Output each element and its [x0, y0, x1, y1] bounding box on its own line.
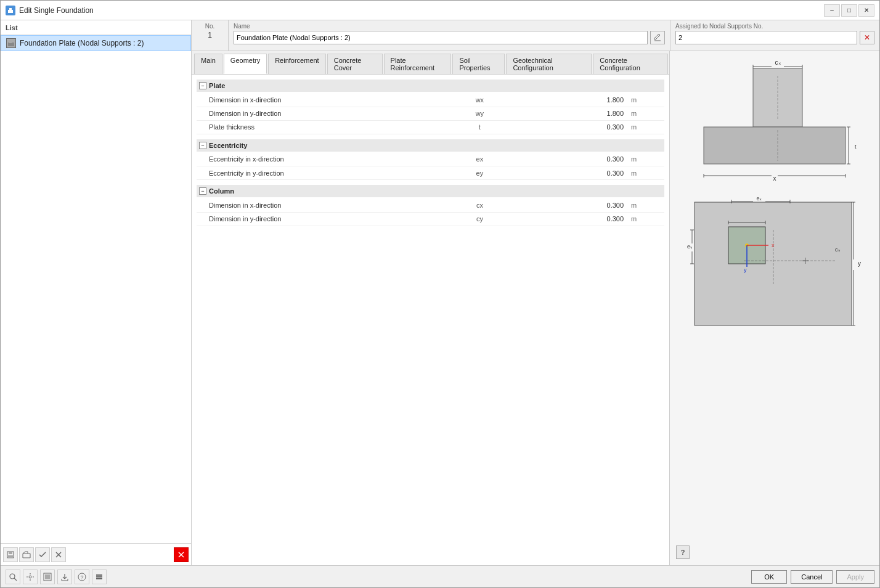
name-label: Name — [234, 23, 665, 30]
plate-wx-value[interactable]: 1.800 — [529, 93, 627, 107]
plate-wy-value[interactable]: 1.800 — [529, 107, 627, 120]
delete-button[interactable] — [174, 547, 189, 562]
open-list-button[interactable] — [19, 547, 34, 562]
svg-text:y: y — [858, 260, 861, 267]
svg-text:x: x — [773, 175, 776, 182]
list-item[interactable]: Foundation Plate (Nodal Supports : 2) — [1, 35, 191, 51]
form-side: Main Geometry Reinforcement Concrete Cov… — [192, 51, 670, 565]
app-icon — [6, 6, 15, 15]
bottom-settings-button[interactable] — [23, 570, 38, 584]
eccentricity-section-title: Eccentricity — [209, 142, 247, 149]
svg-rect-26 — [695, 202, 852, 325]
ecc-ex-symbol: ex — [431, 153, 529, 166]
plan-diagram: eₓ eᵧ cᵧ — [676, 193, 873, 335]
header-row: No. 1 Name Assigned to Nodal Supports No… — [192, 20, 879, 51]
diagram-help-button[interactable]: ? — [676, 545, 690, 559]
svg-text:t: t — [855, 144, 857, 150]
left-panel: List Foundation Plate (Nodal Supports : … — [1, 20, 192, 565]
table-row: Eccentricity in y-direction ey 0.300 m — [197, 166, 664, 180]
form-content: − Plate Dimension in x-direction wx 1.80… — [192, 75, 669, 565]
plate-section-title: Plate — [209, 82, 225, 89]
name-section: Name — [229, 20, 670, 51]
diagram-side: cₓ t — [670, 51, 879, 565]
bottom-export-button[interactable] — [57, 570, 72, 584]
cancel-button[interactable]: Cancel — [791, 570, 833, 584]
close-button[interactable]: ✕ — [858, 4, 874, 17]
left-toolbar — [1, 543, 191, 565]
no-label: No. — [205, 23, 215, 30]
plate-wy-symbol: wy — [431, 107, 529, 120]
svg-rect-3 — [9, 40, 12, 43]
svg-rect-6 — [8, 555, 13, 557]
tab-soil-properties[interactable]: Soil Properties — [452, 54, 505, 74]
window-title: Edit Single Foundation — [19, 6, 820, 15]
bottom-properties-button[interactable] — [92, 570, 107, 584]
plate-t-value[interactable]: 0.300 — [529, 120, 627, 134]
plate-t-symbol: t — [431, 120, 529, 134]
uncheck-button[interactable] — [51, 547, 66, 562]
bottom-search-button[interactable] — [6, 570, 20, 584]
edit-name-button[interactable] — [650, 31, 665, 44]
eccentricity-collapse-button[interactable]: − — [199, 142, 206, 149]
svg-text:eᵧ: eᵧ — [687, 243, 693, 250]
elevation-diagram: cₓ t — [676, 57, 873, 193]
svg-point-56 — [10, 574, 15, 579]
tab-concrete-config[interactable]: Concrete Configuration — [593, 54, 668, 74]
col-cx-value[interactable]: 0.300 — [529, 198, 627, 212]
bottom-view-button[interactable] — [40, 570, 55, 584]
svg-rect-1 — [9, 8, 12, 10]
col-cx-symbol: cx — [431, 198, 529, 212]
ecc-ex-value[interactable]: 0.300 — [529, 153, 627, 166]
plate-wx-label: Dimension in x-direction — [197, 93, 431, 107]
ok-button[interactable]: OK — [751, 570, 787, 584]
tab-geometry[interactable]: Geometry — [224, 54, 267, 74]
apply-button[interactable]: Apply — [836, 570, 874, 584]
check-button[interactable] — [35, 547, 50, 562]
assigned-input[interactable] — [675, 31, 857, 44]
list-header: List — [1, 20, 191, 35]
svg-point-58 — [29, 576, 31, 578]
plate-wx-symbol: wx — [431, 93, 529, 107]
plate-wy-unit: m — [627, 107, 664, 120]
ecc-ey-label: Eccentricity in y-direction — [197, 166, 431, 180]
plate-table: Dimension in x-direction wx 1.800 m Dime… — [197, 93, 664, 134]
column-collapse-button[interactable]: − — [199, 187, 206, 195]
svg-text:y: y — [744, 267, 747, 273]
body-split: Main Geometry Reinforcement Concrete Cov… — [192, 51, 879, 565]
save-list-button[interactable] — [3, 547, 18, 562]
table-row: Dimension in y-direction cy 0.300 m — [197, 212, 664, 226]
col-cy-value[interactable]: 0.300 — [529, 212, 627, 226]
eccentricity-section-header: − Eccentricity — [197, 139, 664, 152]
svg-rect-64 — [96, 574, 102, 576]
plate-collapse-button[interactable]: − — [199, 82, 206, 89]
ecc-ex-label: Eccentricity in x-direction — [197, 153, 431, 166]
col-cy-unit: m — [627, 212, 664, 226]
minimize-button[interactable]: – — [824, 4, 840, 17]
bottom-right-buttons: OK Cancel Apply — [746, 570, 879, 584]
maximize-button[interactable]: □ — [841, 4, 857, 17]
plate-wx-unit: m — [627, 93, 664, 107]
no-value: 1 — [208, 31, 212, 39]
assigned-section: Assigned to Nodal Supports No. ✕ — [670, 20, 879, 51]
table-row: Dimension in x-direction cx 0.300 m — [197, 198, 664, 212]
tab-reinforcement[interactable]: Reinforcement — [268, 54, 326, 74]
assigned-clear-button[interactable]: ✕ — [860, 31, 874, 44]
name-field — [234, 31, 665, 44]
svg-rect-5 — [9, 552, 12, 554]
tab-plate-reinforcement[interactable]: Plate Reinforcement — [384, 54, 452, 74]
tab-concrete-cover[interactable]: Concrete Cover — [327, 54, 383, 74]
svg-text:x: x — [772, 242, 775, 248]
col-cy-symbol: cy — [431, 212, 529, 226]
ecc-ey-unit: m — [627, 166, 664, 180]
tab-main[interactable]: Main — [194, 54, 222, 74]
column-table: Dimension in x-direction cx 0.300 m Dime… — [197, 198, 664, 226]
tab-geotechnical-config[interactable]: Geotechnical Configuration — [506, 54, 592, 74]
svg-rect-65 — [96, 576, 102, 578]
bottom-left-toolbar: ? — [1, 570, 746, 584]
table-row: Dimension in x-direction wx 1.800 m — [197, 93, 664, 107]
svg-text:eₓ: eₓ — [756, 195, 762, 202]
bottom-help-button[interactable]: ? — [75, 570, 89, 584]
ecc-ey-value[interactable]: 0.300 — [529, 166, 627, 180]
plate-section-header: − Plate — [197, 80, 664, 92]
name-input[interactable] — [234, 31, 648, 44]
